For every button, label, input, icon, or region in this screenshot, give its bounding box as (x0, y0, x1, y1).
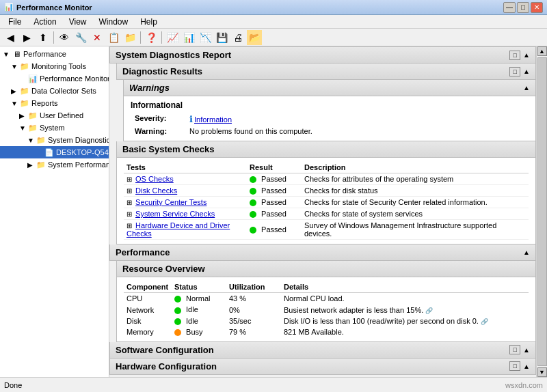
desktop-icon: 📄 (44, 147, 55, 158)
system-icon: 📁 (27, 122, 38, 133)
sidebar-item-reports[interactable]: ▼ 📁 Reports (0, 97, 109, 109)
properties-button[interactable]: 🔧 (73, 30, 88, 45)
utilization-cell: 0% (226, 304, 281, 315)
tool3[interactable]: 📉 (198, 30, 213, 45)
back-button[interactable]: ◀ (3, 30, 18, 45)
show-hide-button[interactable]: 👁 (57, 30, 72, 45)
details-cell: Disk I/O is less than 100 (read/write) p… (281, 316, 529, 326)
minimize-button[interactable]: — (503, 2, 516, 13)
sidebar: ▼ 🖥 Performance ▼ 📁 Monitoring Tools 📊 P… (0, 46, 109, 377)
sidebar-label-perf-monitor: Performance Monitor (40, 74, 109, 83)
table-row: ⊞ OS Checks Passed Checks for attributes… (124, 173, 529, 185)
table-row: Memory Busy 79 % 821 MB Available. (124, 326, 529, 337)
scroll-down[interactable]: ▼ (537, 367, 547, 377)
hardware-config-chevron[interactable]: ▲ (523, 363, 530, 370)
folder-button[interactable]: 📁 (122, 30, 137, 45)
software-config-controls: □ ▲ (509, 345, 530, 354)
menu-file[interactable]: File (3, 16, 27, 28)
severity-value: ℹ Information (185, 113, 529, 126)
status-cell: Normal (172, 293, 226, 305)
software-config-icon[interactable]: □ (509, 345, 520, 354)
diagnostic-results-header[interactable]: Diagnostic Results □ ▲ (116, 64, 536, 80)
toggle-data-collector-sets[interactable]: ▶ (11, 87, 19, 95)
menu-window[interactable]: Window (94, 16, 134, 28)
toggle-monitoring-tools[interactable]: ▼ (11, 63, 19, 70)
toggle-system[interactable]: ▼ (19, 124, 27, 132)
test-cell: ⊞ System Service Checks (124, 208, 247, 220)
menu-view[interactable]: View (64, 16, 92, 28)
test-cell: ⊞ Disk Checks (124, 185, 247, 197)
test-link[interactable]: Disk Checks (135, 186, 177, 195)
scroll-thumb[interactable] (537, 57, 547, 366)
tool6[interactable]: 📂 (247, 30, 262, 45)
test-link[interactable]: Security Center Tests (135, 198, 206, 206)
warnings-chevron[interactable]: ▲ (523, 84, 530, 92)
test-link[interactable]: Hardware Device and Driver Checks (126, 221, 230, 238)
menu-action[interactable]: Action (28, 16, 62, 28)
description-cell: Checks for attributes of the operating s… (302, 173, 529, 185)
expand-icon[interactable]: ⊞ (126, 222, 132, 229)
system-diagnostics-chevron[interactable]: ▲ (523, 51, 530, 59)
delete-button[interactable]: ✕ (90, 30, 105, 45)
new-button[interactable]: 📋 (106, 30, 121, 45)
up-button[interactable]: ⬆ (36, 30, 51, 45)
warnings-header[interactable]: Warnings ▲ (123, 80, 536, 96)
toggle-user-defined[interactable]: ▶ (19, 112, 27, 120)
resource-overview-header[interactable]: Resource Overview (116, 261, 536, 277)
performance-header[interactable]: Performance ▲ (109, 244, 536, 261)
sidebar-item-system[interactable]: ▼ 📁 System (0, 122, 109, 134)
forward-button[interactable]: ▶ (19, 30, 34, 45)
toggle-performance[interactable]: ▼ (3, 51, 11, 58)
basic-checks-header[interactable]: Basic System Checks (116, 141, 536, 158)
sidebar-item-system-diagnostics[interactable]: ▼ 📁 System Diagnostics (0, 134, 109, 146)
hardware-config-header[interactable]: Hardware Configuration □ ▲ (109, 359, 536, 375)
scroll-up[interactable]: ▲ (537, 46, 547, 56)
tool2[interactable]: 📊 (181, 30, 196, 45)
software-config-chevron[interactable]: ▲ (523, 346, 530, 354)
test-link[interactable]: OS Checks (135, 175, 174, 183)
expand-icon[interactable]: ⊞ (126, 199, 132, 206)
system-diagnostics-expand-icon[interactable]: □ (509, 51, 520, 60)
performance-chevron[interactable]: ▲ (523, 249, 530, 256)
toolbar-separator-1 (53, 31, 54, 44)
table-row: ⊞ Security Center Tests Passed Checks fo… (124, 197, 529, 208)
table-row: ⊞ Disk Checks Passed Checks for disk sta… (124, 185, 529, 197)
toggle-system-performance[interactable]: ▶ (27, 161, 36, 169)
system-diagnostics-controls: □ ▲ (509, 51, 530, 60)
sidebar-item-user-defined[interactable]: ▶ 📁 User Defined (0, 109, 109, 122)
expand-icon[interactable]: ⊞ (126, 176, 132, 183)
maximize-button[interactable]: □ (517, 2, 529, 13)
tool1[interactable]: 📈 (165, 30, 180, 45)
expand-icon[interactable]: ⊞ (126, 187, 132, 195)
diagnostic-results-chevron[interactable]: ▲ (523, 68, 530, 75)
severity-row: Severity: ℹ Information (131, 113, 529, 126)
component-cell: CPU (124, 293, 172, 305)
scrollbar[interactable]: ▲ ▼ (536, 46, 547, 377)
information-link[interactable]: Information (194, 115, 232, 124)
test-link[interactable]: System Service Checks (135, 210, 215, 218)
toggle-system-diagnostics[interactable]: ▼ (27, 137, 36, 144)
toggle-reports[interactable]: ▼ (11, 100, 19, 107)
sidebar-item-data-collector-sets[interactable]: ▶ 📁 Data Collector Sets (0, 85, 109, 97)
component-cell: Memory (124, 326, 172, 337)
close-button[interactable]: ✕ (531, 2, 543, 13)
sidebar-item-monitoring-tools[interactable]: ▼ 📁 Monitoring Tools (0, 60, 109, 72)
sidebar-item-perf-monitor[interactable]: 📊 Performance Monitor (0, 72, 109, 85)
resource-table-body: CPU Normal 43 % Normal CPU load. Network… (124, 293, 529, 337)
sidebar-item-desktop[interactable]: 📄 DESKTOP-Q54P... (0, 146, 109, 158)
hardware-config-icon[interactable]: □ (509, 361, 520, 371)
menu-help[interactable]: Help (135, 16, 163, 28)
tool4[interactable]: 💾 (214, 30, 229, 45)
expand-icon[interactable]: ⊞ (126, 210, 132, 218)
table-row: CPU Normal 43 % Normal CPU load. (124, 293, 529, 305)
component-cell: Disk (124, 316, 172, 326)
col-details: Details (281, 281, 529, 293)
help-button[interactable]: ❓ (144, 30, 159, 45)
software-config-header[interactable]: Software Configuration □ ▲ (109, 342, 536, 359)
system-diagnostics-report-header[interactable]: System Diagnostics Report □ ▲ (109, 46, 536, 64)
title-bar: 📊 Performance Monitor — □ ✕ (0, 0, 547, 15)
sidebar-item-system-performance[interactable]: ▶ 📁 System Performance (0, 158, 109, 171)
diagnostic-results-expand-icon[interactable]: □ (509, 67, 520, 76)
sidebar-item-performance[interactable]: ▼ 🖥 Performance (0, 48, 109, 60)
tool5[interactable]: 🖨 (230, 30, 245, 45)
